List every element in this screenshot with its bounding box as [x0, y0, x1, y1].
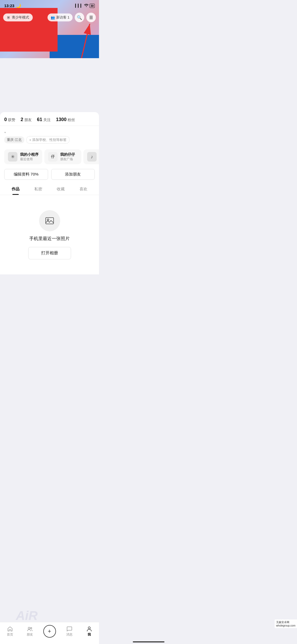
- edit-profile-label: 编辑资料 70%: [14, 172, 39, 176]
- tab-favorites-label: 收藏: [57, 187, 65, 191]
- menu-icon: ☰: [89, 15, 93, 20]
- tab-private[interactable]: 私密: [27, 183, 50, 195]
- visitor-button[interactable]: 👥 新访客 1: [48, 13, 73, 21]
- edit-profile-button[interactable]: 编辑资料 70%: [4, 169, 48, 180]
- mini-zaizi-info: 我的仔仔 朋友广场: [60, 152, 75, 162]
- svg-point-3: [47, 219, 49, 220]
- action-buttons: 编辑资料 70% 添加朋友: [0, 167, 99, 183]
- signal-icon: ▎▎▎: [75, 4, 83, 8]
- people-icon: 👥: [51, 16, 55, 20]
- mini-apps-row: ✳ 我的小程序 最近使用 仔 我的仔仔 朋友广场 ♪ 我的 已收: [0, 146, 99, 167]
- tab-private-label: 私密: [34, 187, 42, 191]
- open-album-button[interactable]: 打开相册: [28, 247, 71, 259]
- followers-stat[interactable]: 1300 粉丝: [56, 117, 75, 122]
- mini-programs-name: 我的小程序: [20, 152, 39, 157]
- menu-button[interactable]: ☰: [86, 13, 96, 22]
- nav-right: 👥 新访客 1 🔍 ☰: [48, 13, 96, 22]
- likes-count: 0: [4, 117, 7, 122]
- friends-count: 2: [21, 117, 23, 122]
- youth-mode-label: 青少年模式: [12, 15, 29, 20]
- following-label: 关注: [43, 118, 51, 122]
- mini-programs-sub: 最近使用: [20, 157, 39, 162]
- status-bar: 13:23 🌙 ▎▎▎ 30: [0, 0, 99, 10]
- status-icons: ▎▎▎ 30: [75, 4, 95, 8]
- mini-app-card-zaizi[interactable]: 仔 我的仔仔 朋友广场: [44, 149, 81, 164]
- plus-icon: +: [29, 138, 31, 142]
- moon-icon: 🌙: [16, 3, 21, 8]
- following-count: 61: [37, 117, 42, 122]
- bio-text: 。: [4, 128, 95, 134]
- likes-stat: 0 获赞: [4, 117, 15, 122]
- photo-icon: [45, 216, 54, 226]
- tab-works[interactable]: 作品: [4, 183, 27, 195]
- mini-zaizi-name: 我的仔仔: [60, 152, 75, 157]
- add-tag-button[interactable]: + 添加学校、性别等标签: [26, 136, 70, 144]
- add-friend-button[interactable]: 添加朋友: [51, 169, 95, 180]
- battery-icon: 30: [89, 4, 95, 8]
- add-tag-label: 添加学校、性别等标签: [32, 137, 67, 142]
- mini-programs-icon: ✳: [8, 152, 17, 162]
- mini-zaizi-icon: 仔: [48, 152, 58, 162]
- nav-left: ⛨ 青少年模式: [3, 13, 33, 21]
- profile-section: 0 获赞 2 朋友 61 关注 1300 粉丝 。 重庆·江北 + 添加学校、性…: [0, 112, 99, 274]
- svg-rect-2: [46, 218, 54, 224]
- open-album-label: 打开相册: [41, 251, 58, 255]
- followers-count: 1300: [56, 117, 67, 122]
- stats-row: 0 获赞 2 朋友 61 关注 1300 粉丝: [0, 112, 99, 126]
- youth-mode-button[interactable]: ⛨ 青少年模式: [3, 13, 33, 21]
- visitor-label: 新访客 1: [56, 15, 69, 20]
- bio-area: 。 重庆·江北 + 添加学校、性别等标签: [0, 126, 99, 146]
- tab-likes[interactable]: 喜欢: [72, 183, 95, 195]
- shield-icon: ⛨: [7, 16, 10, 20]
- friends-label: 朋友: [24, 118, 32, 122]
- friends-stat[interactable]: 2 朋友: [21, 117, 32, 122]
- search-icon: 🔍: [77, 15, 82, 20]
- location-tag: 重庆·江北: [4, 136, 24, 143]
- content-tabs: 作品 私密 收藏 喜欢: [0, 183, 99, 195]
- mini-zaizi-sub: 朋友广场: [60, 157, 75, 162]
- mini-app-card-music[interactable]: ♪ 我的 已收: [83, 149, 99, 164]
- tab-works-label: 作品: [12, 187, 20, 191]
- wifi-icon: [84, 4, 88, 8]
- search-button[interactable]: 🔍: [75, 13, 84, 22]
- empty-photo-icon-wrap: [39, 210, 60, 231]
- empty-title: 手机里最近一张照片: [29, 236, 70, 242]
- followers-label: 粉丝: [68, 118, 75, 122]
- following-stat[interactable]: 61 关注: [37, 117, 51, 122]
- mini-programs-info: 我的小程序 最近使用: [20, 152, 39, 162]
- mini-app-card-programs[interactable]: ✳ 我的小程序 最近使用: [4, 149, 42, 164]
- likes-label: 获赞: [8, 118, 15, 122]
- tab-favorites[interactable]: 收藏: [50, 183, 72, 195]
- tags-row: 重庆·江北 + 添加学校、性别等标签: [4, 136, 95, 144]
- content-area: 手机里最近一张照片 打开相册: [0, 195, 99, 274]
- tab-likes-label: 喜欢: [79, 187, 87, 191]
- status-time: 13:23: [4, 3, 14, 8]
- mini-music-icon: ♪: [87, 152, 97, 162]
- add-friend-label: 添加朋友: [65, 172, 81, 176]
